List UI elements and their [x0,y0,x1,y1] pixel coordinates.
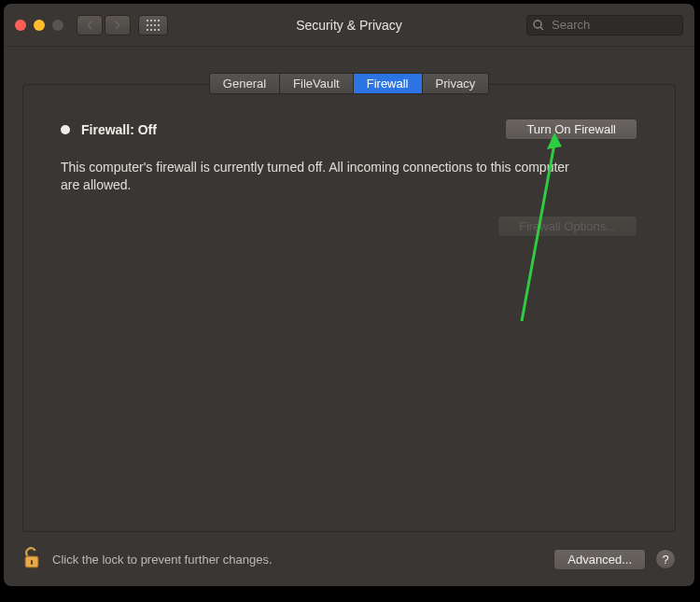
zoom-window-button[interactable] [52,20,63,31]
firewall-options-button: Firewall Options... [497,216,637,237]
nav-buttons [77,15,131,35]
titlebar: Security & Privacy [4,4,694,47]
svg-rect-0 [147,20,148,21]
tab-firewall[interactable]: Firewall [354,74,423,93]
grid-icon [147,20,160,31]
tab-filevault[interactable]: FileVault [280,74,354,93]
search-icon [533,20,544,31]
forward-button[interactable] [105,15,131,35]
svg-rect-9 [150,29,152,31]
chevron-left-icon [86,21,93,30]
svg-rect-15 [31,560,33,565]
firewall-description: This computer's firewall is currently tu… [61,159,583,194]
turn-on-firewall-button[interactable]: Turn On Firewall [505,119,637,140]
lock-hint-text: Click the lock to prevent further change… [52,553,273,567]
show-all-prefs-button[interactable] [138,15,168,35]
status-indicator-icon [61,125,70,134]
firewall-status-row: Firewall: Off Turn On Firewall [61,119,637,140]
help-button[interactable]: ? [655,549,676,569]
svg-rect-10 [154,29,156,31]
tabs-row: General FileVault Firewall Privacy [4,47,694,94]
svg-rect-1 [150,20,152,21]
back-button[interactable] [77,15,103,35]
tab-general[interactable]: General [210,74,280,93]
firewall-panel: Firewall: Off Turn On Firewall This comp… [22,84,676,532]
svg-line-13 [540,27,543,30]
advanced-button[interactable]: Advanced... [553,549,646,570]
svg-rect-5 [150,24,152,26]
svg-rect-8 [147,29,148,31]
close-window-button[interactable] [15,20,26,31]
search-input[interactable] [526,15,683,35]
lock-icon[interactable] [22,547,41,572]
svg-point-12 [534,21,541,28]
svg-rect-7 [158,24,160,26]
svg-rect-2 [154,20,156,21]
search-wrap [526,15,683,35]
svg-rect-11 [158,29,160,31]
svg-rect-6 [154,24,156,26]
svg-rect-4 [147,24,148,26]
preferences-window: Security & Privacy General FileVault Fir… [4,4,694,586]
tabs: General FileVault Firewall Privacy [209,73,489,94]
minimize-window-button[interactable] [34,20,45,31]
chevron-right-icon [114,21,121,30]
footer: Click the lock to prevent further change… [4,532,694,586]
firewall-status-label: Firewall: Off [81,122,157,137]
tab-privacy[interactable]: Privacy [423,74,489,93]
traffic-lights [15,20,63,31]
svg-rect-3 [158,20,160,21]
